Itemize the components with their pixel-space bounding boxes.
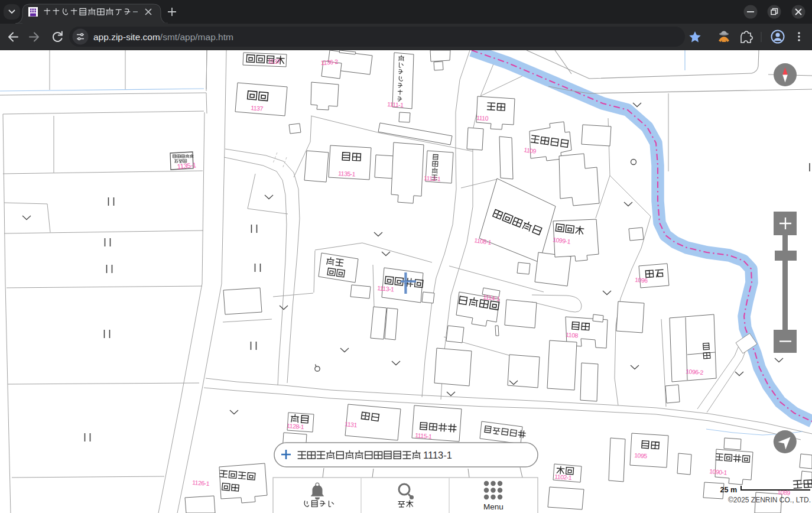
svg-text:1096-2: 1096-2 [686,368,704,376]
svg-text:1095: 1095 [634,452,648,460]
svg-text:25 m: 25 m [720,486,738,494]
svg-text:1136-2: 1136-2 [320,58,338,66]
svg-text:1126-1: 1126-1 [192,479,210,487]
svg-text:app.zip-site.com/smt/app/map.h: app.zip-site.com/smt/app/map.htm [93,32,233,42]
svg-text:1108: 1108 [566,331,579,339]
svg-text:1112-1: 1112-1 [424,174,441,182]
svg-text:1131: 1131 [345,420,358,428]
svg-text:1135-1: 1135-1 [338,170,356,178]
svg-text:Menu: Menu [483,502,504,511]
svg-text:1090-1: 1090-1 [709,467,727,476]
svg-text:1113-1: 1113-1 [377,284,395,293]
svg-text:1137: 1137 [268,57,281,65]
svg-text:1137: 1137 [251,104,264,112]
svg-text:1096: 1096 [635,276,648,284]
svg-text:1135-1: 1135-1 [177,161,196,170]
svg-text:1111-1: 1111-1 [387,100,404,108]
svg-text:1110: 1110 [476,114,489,122]
svg-text:©2025 ZENRIN CO., LTD.: ©2025 ZENRIN CO., LTD. [728,496,811,504]
svg-text:1115-1: 1115-1 [415,431,433,440]
svg-text:1113-1: 1113-1 [423,450,452,460]
svg-text:1128-1: 1128-1 [287,422,304,430]
svg-text:1102-1: 1102-1 [554,473,572,481]
svg-text:1109: 1109 [524,146,537,155]
